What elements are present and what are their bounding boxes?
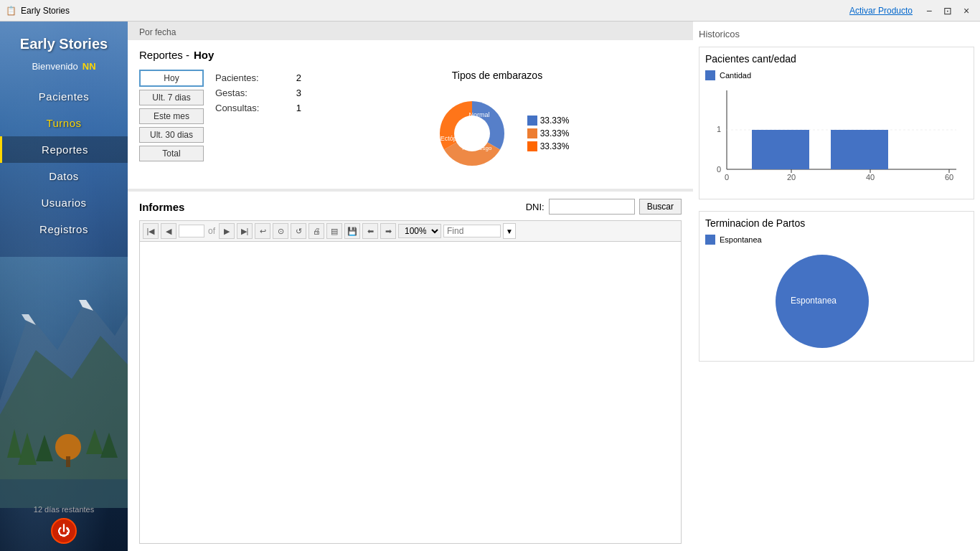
svg-text:Normal: Normal — [468, 111, 489, 118]
right-panel: Historicos Pacientes cant/edad Cantidad — [693, 22, 980, 551]
svg-rect-29 — [752, 130, 809, 169]
stat-gestas: Gestas: 3 — [215, 88, 301, 98]
minimize-button[interactable]: − — [921, 3, 937, 19]
btn-hoy[interactable]: Hoy — [139, 70, 204, 87]
btn-ult30dias[interactable]: Ult. 30 dias — [139, 127, 204, 143]
back-button[interactable]: ↩ — [255, 223, 270, 239]
find-next-button[interactable]: ➡ — [380, 223, 396, 239]
legend-normal-color — [527, 116, 537, 126]
dni-label: DNI: — [526, 202, 545, 212]
espontanea-legend-label: Espontanea — [720, 235, 762, 244]
titlebar-left: 📋 Early Stories — [6, 6, 70, 16]
sidebar-item-datos[interactable]: Datos — [0, 163, 128, 189]
sidebar-app-title: Early Stories — [13, 22, 115, 58]
btn-total[interactable]: Total — [139, 146, 204, 161]
titlebar-right: Activar Producto − ⊡ × — [849, 3, 974, 19]
historicos-title: Historicos — [699, 27, 974, 41]
sidebar-item-reportes[interactable]: Reportes — [0, 136, 128, 163]
stat-pacientes: Pacientes: 2 — [215, 72, 301, 83]
app-icon: 📋 — [6, 6, 17, 16]
stat-consultas-value: 1 — [296, 103, 301, 113]
find-input[interactable] — [443, 225, 501, 237]
svg-rect-12 — [0, 479, 128, 508]
stat-pacientes-label: Pacientes: — [215, 72, 259, 83]
page-number-input[interactable] — [179, 225, 204, 237]
first-page-button[interactable]: |◀ — [143, 223, 159, 239]
sidebar-item-pacientes[interactable]: Pacientes — [0, 83, 128, 110]
user-initials: NN — [83, 61, 96, 72]
app-container: Early Stories Bienvenido NN Pacientes Tu… — [0, 22, 980, 551]
pacientes-chart-title: Pacientes cant/edad — [705, 53, 968, 65]
find-dropdown-button[interactable]: ▼ — [503, 223, 516, 239]
dias-restantes: 12 días restantes — [34, 505, 94, 514]
zoom-select[interactable]: 100% 75% 50% 150% — [398, 224, 441, 238]
legend-normal: 33.33% — [527, 116, 570, 126]
svg-text:20: 20 — [787, 173, 796, 182]
bar-chart-svg: 0 1 0 20 40 60 — [705, 83, 963, 191]
print-button[interactable]: 🖨 — [308, 223, 324, 239]
legend-ectopico: 33.33% — [527, 128, 570, 138]
partos-chart-title: Terminacion de Partos — [705, 217, 968, 229]
legend-ectopico-color — [527, 128, 537, 138]
reportes-section: Reportes - Hoy Hoy Ult. 7 dias Este mes … — [128, 40, 693, 189]
reportes-stats: Pacientes: 2 Gestas: 3 Consultas: 1 — [215, 70, 301, 180]
btn-ult7dias[interactable]: Ult. 7 dias — [139, 90, 204, 105]
donut-container: Normal Ectópico Alto Riesgo 33.33% — [425, 87, 570, 180]
legend-normal-pct: 33.33% — [540, 116, 570, 126]
sidebar-item-turnos[interactable]: Turnos — [0, 110, 128, 136]
svg-text:60: 60 — [945, 173, 953, 182]
svg-text:Alto Riesgo: Alto Riesgo — [462, 145, 491, 151]
espontanea-legend-color — [705, 235, 715, 245]
export-button[interactable]: 💾 — [344, 223, 360, 239]
window-controls: − ⊡ × — [921, 3, 974, 19]
maximize-button[interactable]: ⊡ — [940, 3, 956, 19]
layout-button[interactable]: ▤ — [326, 223, 342, 239]
welcome-label: Bienvenido — [32, 61, 77, 72]
partos-chart-section: Terminacion de Partos Espontanea Esponta… — [699, 211, 974, 362]
btn-estemes[interactable]: Este mes — [139, 108, 204, 124]
buscar-button[interactable]: Buscar — [639, 199, 682, 215]
informes-section: Informes DNI: Buscar |◀ ◀ of ▶ — [128, 192, 693, 551]
stat-gestas-value: 3 — [296, 88, 301, 98]
of-label: of — [207, 226, 217, 236]
sidebar-bottom: 12 días restantes ⏻ — [0, 505, 128, 544]
activate-product-link[interactable]: Activar Producto — [849, 6, 913, 16]
partos-chart-legend: Espontanea — [705, 235, 968, 245]
cantidad-legend-label: Cantidad — [720, 71, 751, 80]
donut-section: Tipos de embarazos — [313, 70, 682, 180]
stat-pacientes-value: 2 — [296, 72, 301, 83]
last-page-button[interactable]: ▶| — [237, 223, 253, 239]
pie-chart-area: Espontanea — [705, 248, 968, 355]
power-button[interactable]: ⏻ — [51, 518, 77, 544]
prev-page-button[interactable]: ◀ — [161, 223, 176, 239]
sidebar-item-registros[interactable]: Registros — [0, 216, 128, 242]
refresh-button[interactable]: ↺ — [291, 223, 306, 239]
legend-altoriesgo: 33.33% — [527, 141, 570, 151]
stop-button[interactable]: ⊙ — [273, 223, 288, 239]
svg-text:0: 0 — [717, 165, 721, 174]
sidebar: Early Stories Bienvenido NN Pacientes Tu… — [0, 22, 128, 551]
svg-text:Ectópico: Ectópico — [440, 135, 465, 142]
stat-consultas-label: Consultas: — [215, 103, 259, 113]
svg-text:Espontanea: Espontanea — [791, 296, 837, 306]
pie-chart-svg: Espontanea — [765, 248, 908, 355]
next-page-button[interactable]: ▶ — [219, 223, 235, 239]
svg-text:40: 40 — [866, 173, 875, 182]
legend-ectopico-pct: 33.33% — [540, 128, 570, 138]
close-button[interactable]: × — [958, 3, 974, 19]
sidebar-item-usuarios[interactable]: Usuarios — [0, 189, 128, 216]
find-prev-button[interactable]: ⬅ — [362, 223, 378, 239]
dni-input[interactable] — [549, 199, 635, 215]
pacientes-chart-section: Pacientes cant/edad Cantidad 0 — [699, 47, 974, 199]
titlebar: 📋 Early Stories Activar Producto − ⊡ × — [0, 0, 980, 22]
informes-title: Informes — [139, 201, 184, 213]
svg-rect-11 — [66, 456, 70, 467]
reportes-title: Reportes - — [139, 49, 189, 61]
titlebar-title: Early Stories — [21, 6, 70, 16]
left-panel: Por fecha Reportes - Hoy Hoy Ult. 7 dias… — [128, 22, 693, 551]
reportes-buttons: Hoy Ult. 7 dias Este mes Ult. 30 dias To… — [139, 70, 204, 180]
donut-chart-svg: Normal Ectópico Alto Riesgo — [425, 87, 519, 180]
informes-header: Informes DNI: Buscar — [139, 199, 682, 215]
stat-gestas-label: Gestas: — [215, 88, 248, 98]
donut-legend: 33.33% 33.33% 33.33% — [527, 116, 570, 151]
